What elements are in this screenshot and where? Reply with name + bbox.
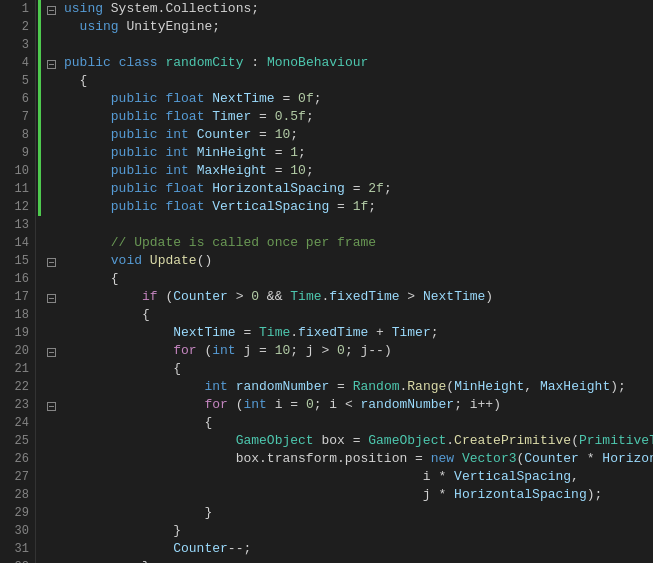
line-number: 29 — [0, 504, 29, 522]
code-line: } — [60, 558, 653, 563]
token: int — [204, 379, 227, 394]
fold-icon[interactable] — [44, 54, 58, 72]
fold-icon — [44, 378, 58, 396]
code-line: public class randomCity : MonoBehaviour — [60, 54, 653, 72]
code-line: { — [60, 306, 653, 324]
fold-icon[interactable] — [44, 0, 58, 18]
token: GameObject — [368, 433, 446, 448]
token: NextTime — [173, 325, 235, 340]
token: ( — [446, 379, 454, 394]
code-lines: using System.Collections; using UnityEng… — [60, 0, 653, 563]
token: float — [165, 181, 204, 196]
token: ( — [228, 397, 244, 412]
fold-icon — [44, 18, 58, 36]
token: Vector3 — [462, 451, 517, 466]
token: int — [165, 163, 188, 178]
token — [64, 253, 111, 268]
token: } — [64, 505, 212, 520]
code-line: if (Counter > 0 && Time.fixedTime > Next… — [60, 288, 653, 306]
token: = — [267, 145, 290, 160]
line-number: 21 — [0, 360, 29, 378]
token — [64, 109, 111, 124]
token: using — [64, 1, 103, 16]
fold-icon[interactable] — [44, 342, 58, 360]
token: Timer — [392, 325, 431, 340]
code-line: Counter--; — [60, 540, 653, 558]
code-line: public float HorizontalSpacing = 2f; — [60, 180, 653, 198]
fold-icon[interactable] — [44, 252, 58, 270]
code-editor: 1234567891011121314151617181920212223242… — [0, 0, 653, 563]
token: j = — [236, 343, 275, 358]
line-number: 7 — [0, 108, 29, 126]
code-line: public float Timer = 0.5f; — [60, 108, 653, 126]
token: int — [165, 127, 188, 142]
token: Timer — [212, 109, 251, 124]
token: int — [165, 145, 188, 160]
token: { — [64, 361, 181, 376]
line-number: 25 — [0, 432, 29, 450]
token: Random — [353, 379, 400, 394]
line-number: 12 — [0, 198, 29, 216]
fold-icon — [44, 180, 58, 198]
line-number: 11 — [0, 180, 29, 198]
change-indicator — [38, 0, 41, 216]
token: { — [64, 415, 212, 430]
token: = — [267, 163, 290, 178]
token: 0 — [337, 343, 345, 358]
token: MinHeight — [454, 379, 524, 394]
token: ; — [306, 109, 314, 124]
token: randomCity — [165, 55, 243, 70]
fold-icon — [44, 432, 58, 450]
token: ; — [306, 163, 314, 178]
code-line: { — [60, 360, 653, 378]
line-number: 14 — [0, 234, 29, 252]
token: HorizontalSpacing — [212, 181, 345, 196]
token: Counter — [524, 451, 579, 466]
token: 0f — [298, 91, 314, 106]
token: = — [236, 325, 259, 340]
token: 0 — [306, 397, 314, 412]
token: Time — [259, 325, 290, 340]
fold-icon — [44, 36, 58, 54]
line-number: 6 — [0, 90, 29, 108]
token — [64, 325, 173, 340]
token: void — [111, 253, 142, 268]
token — [64, 541, 173, 556]
token: , — [571, 469, 579, 484]
fold-icon — [44, 504, 58, 522]
indicator-column — [36, 0, 60, 563]
token: PrimitiveType — [579, 433, 653, 448]
fold-icon[interactable] — [44, 288, 58, 306]
token: ; — [431, 325, 439, 340]
token: GameObject — [236, 433, 314, 448]
fold-icon — [44, 234, 58, 252]
token: } — [64, 559, 150, 563]
line-number: 30 — [0, 522, 29, 540]
token: ; i < — [314, 397, 361, 412]
line-number: 27 — [0, 468, 29, 486]
token: , — [524, 379, 540, 394]
token: box = — [314, 433, 369, 448]
code-line: public int Counter = 10; — [60, 126, 653, 144]
token: int — [212, 343, 235, 358]
code-area[interactable]: using System.Collections; using UnityEng… — [60, 0, 653, 563]
token: ; j > — [290, 343, 337, 358]
token: = — [345, 181, 368, 196]
token: 0.5f — [275, 109, 306, 124]
fold-icon — [44, 306, 58, 324]
fold-icon[interactable] — [44, 396, 58, 414]
line-number: 26 — [0, 450, 29, 468]
code-line: } — [60, 504, 653, 522]
code-line: // Update is called once per frame — [60, 234, 653, 252]
token: ; j--) — [345, 343, 392, 358]
token — [64, 235, 111, 250]
token: if — [142, 289, 158, 304]
token — [64, 343, 173, 358]
token: . — [290, 325, 298, 340]
token: HorizontalSpacing — [454, 487, 587, 502]
token: 0 — [251, 289, 259, 304]
token: ; — [368, 199, 376, 214]
token: MinHeight — [197, 145, 267, 160]
token — [64, 397, 204, 412]
token: VerticalSpacing — [454, 469, 571, 484]
